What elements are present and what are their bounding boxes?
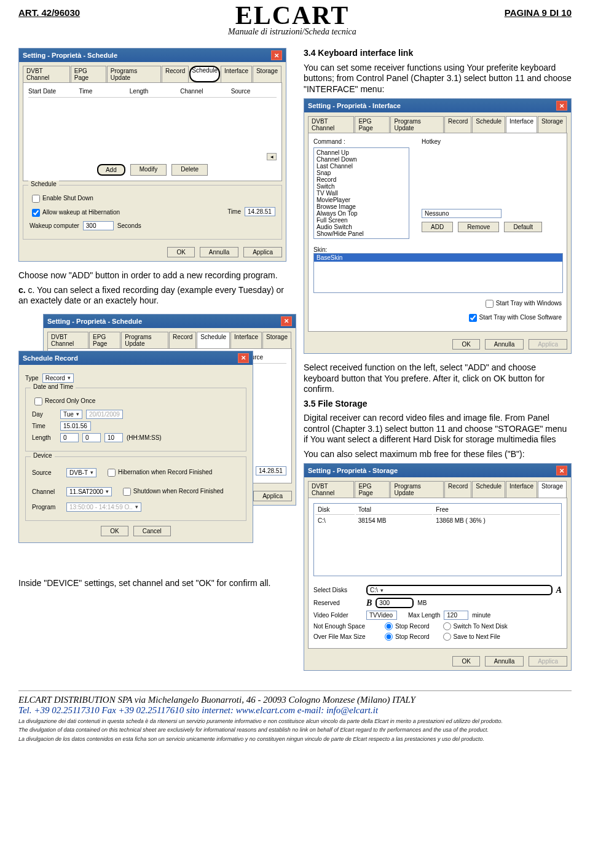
list-item[interactable]: TV Wall xyxy=(315,190,407,197)
time-field[interactable]: 14.28.51 xyxy=(256,466,286,475)
start-tray-close-checkbox[interactable] xyxy=(469,314,477,322)
max-length-field[interactable]: 120 xyxy=(444,611,468,620)
annulla-button[interactable]: Annulla xyxy=(485,656,524,667)
wakeup-seconds-field[interactable]: 300 xyxy=(83,221,114,230)
applica-button[interactable]: Applica xyxy=(253,491,292,501)
tab-programs[interactable]: Programs Update xyxy=(390,116,444,133)
hotkey-label: Hotkey xyxy=(422,138,562,145)
tab-epg[interactable]: EPG Page xyxy=(89,332,120,348)
tab-dvbt[interactable]: DVBT Channel xyxy=(23,66,70,82)
close-icon[interactable]: ✕ xyxy=(281,316,292,326)
list-item[interactable]: Last Channel xyxy=(315,163,407,170)
tab-interface[interactable]: Interface xyxy=(221,66,252,82)
add-button[interactable]: Add xyxy=(97,164,125,176)
record-only-once-checkbox[interactable] xyxy=(34,397,42,405)
ok-button[interactable]: OK xyxy=(452,339,479,350)
time-field[interactable]: 14.28.51 xyxy=(245,207,275,216)
tab-dvbt[interactable]: DVBT Channel xyxy=(308,481,354,498)
day-label: Day xyxy=(32,411,57,418)
video-folder-field[interactable]: TVVideo xyxy=(366,611,397,620)
tab-programs[interactable]: Programs Update xyxy=(390,481,444,498)
add-hotkey-button[interactable]: ADD xyxy=(422,222,453,232)
ok-button[interactable]: OK xyxy=(167,247,194,257)
window-title: Setting - Proprietà - Schedule xyxy=(23,52,117,59)
modify-button[interactable]: Modify xyxy=(130,164,167,176)
scroll-left-icon[interactable]: ◂ xyxy=(267,153,277,160)
skin-listbox[interactable]: BaseSkin xyxy=(313,253,563,293)
close-icon[interactable]: ✕ xyxy=(556,466,567,475)
close-icon[interactable]: ✕ xyxy=(238,353,249,363)
tab-programs[interactable]: Programs Update xyxy=(107,66,161,82)
hibernate-checkbox[interactable] xyxy=(108,469,116,477)
tab-record[interactable]: Record xyxy=(444,481,471,498)
tab-schedule[interactable]: Schedule xyxy=(472,116,505,133)
length-s[interactable]: 10 xyxy=(104,433,123,442)
ok-button[interactable]: OK xyxy=(101,526,128,536)
length-h[interactable]: 0 xyxy=(60,433,79,442)
tab-record[interactable]: Record xyxy=(444,116,471,133)
save-next-label: Save to Next File xyxy=(454,633,500,640)
select-disks-select[interactable]: C:\ xyxy=(366,585,553,595)
tab-schedule[interactable]: Schedule xyxy=(472,481,505,498)
tab-interface[interactable]: Interface xyxy=(506,481,537,498)
day-select[interactable]: Tue xyxy=(60,410,82,419)
list-item[interactable]: Snap xyxy=(315,170,407,176)
hotkey-field[interactable]: Nessuno xyxy=(422,209,502,218)
list-item[interactable]: Channel Down xyxy=(315,156,407,163)
tab-programs[interactable]: Programs Update xyxy=(121,332,168,348)
stop-record-radio-1[interactable] xyxy=(385,622,393,630)
tab-schedule[interactable]: Schedule xyxy=(197,332,230,348)
annulla-button[interactable]: Annulla xyxy=(485,339,524,350)
close-icon[interactable]: ✕ xyxy=(556,101,567,111)
length-m[interactable]: 0 xyxy=(82,433,101,442)
cancel-button[interactable]: Cancel xyxy=(133,526,171,536)
list-item[interactable]: Show/Hide Panel xyxy=(315,230,407,237)
tab-storage[interactable]: Storage xyxy=(262,332,291,348)
stop-record-radio-2[interactable] xyxy=(385,633,393,641)
tab-storage[interactable]: Storage xyxy=(538,116,567,133)
tab-record[interactable]: Record xyxy=(162,66,189,82)
list-item[interactable]: Audio Switch xyxy=(315,224,407,230)
tab-storage[interactable]: Storage xyxy=(538,481,567,498)
save-next-radio[interactable] xyxy=(443,633,451,641)
list-item[interactable]: Record xyxy=(315,176,407,183)
list-item[interactable]: Channel Up xyxy=(315,149,407,156)
tab-epg[interactable]: EPG Page xyxy=(355,481,390,498)
list-item[interactable]: Browse Image xyxy=(315,203,407,210)
time-field[interactable]: 15.01.56 xyxy=(60,421,91,431)
switch-next-radio[interactable] xyxy=(443,622,451,630)
start-tray-windows-checkbox[interactable] xyxy=(486,300,494,308)
default-hotkey-button[interactable]: Default xyxy=(504,222,542,232)
type-select[interactable]: Record xyxy=(42,373,74,383)
enable-shutdown-checkbox[interactable] xyxy=(32,195,40,203)
schedule-list[interactable] xyxy=(28,97,277,153)
tab-epg[interactable]: EPG Page xyxy=(71,66,106,82)
channel-select[interactable]: 11.SAT2000 xyxy=(66,487,112,496)
applica-button[interactable]: Applica xyxy=(243,247,282,257)
shutdown-checkbox[interactable] xyxy=(123,488,131,496)
tab-interface[interactable]: Interface xyxy=(230,332,262,348)
tab-schedule[interactable]: Schedule xyxy=(189,66,220,82)
ok-button[interactable]: OK xyxy=(452,656,479,667)
list-item[interactable]: Full Screen xyxy=(315,217,407,224)
skin-selected[interactable]: BaseSkin xyxy=(314,254,562,262)
table-row[interactable]: C:\ 38154 MB 13868 MB ( 36% ) xyxy=(315,516,560,525)
list-item[interactable]: Always On Top xyxy=(315,210,407,217)
annulla-button[interactable]: Annulla xyxy=(200,247,238,257)
list-item[interactable]: MoviePlayer xyxy=(315,197,407,203)
tab-record[interactable]: Record xyxy=(169,332,196,348)
tab-dvbt[interactable]: DVBT Channel xyxy=(308,116,354,133)
command-listbox[interactable]: Channel Up Channel Down Last Channel Sna… xyxy=(313,147,409,239)
tab-dvbt[interactable]: DVBT Channel xyxy=(47,332,88,348)
remove-hotkey-button[interactable]: Remove xyxy=(458,222,499,232)
close-icon[interactable]: ✕ xyxy=(271,50,282,60)
reserved-field[interactable]: 300 xyxy=(376,598,414,608)
shutdown-label: Shutdown when Record Finished xyxy=(133,488,224,495)
source-select[interactable]: DVB-T xyxy=(66,468,96,477)
tab-epg[interactable]: EPG Page xyxy=(355,116,390,133)
allow-wakeup-checkbox[interactable] xyxy=(32,209,40,217)
list-item[interactable]: Switch xyxy=(315,183,407,190)
delete-button[interactable]: Delete xyxy=(171,164,208,176)
tab-interface[interactable]: Interface xyxy=(506,116,537,133)
tab-storage[interactable]: Storage xyxy=(253,66,281,82)
